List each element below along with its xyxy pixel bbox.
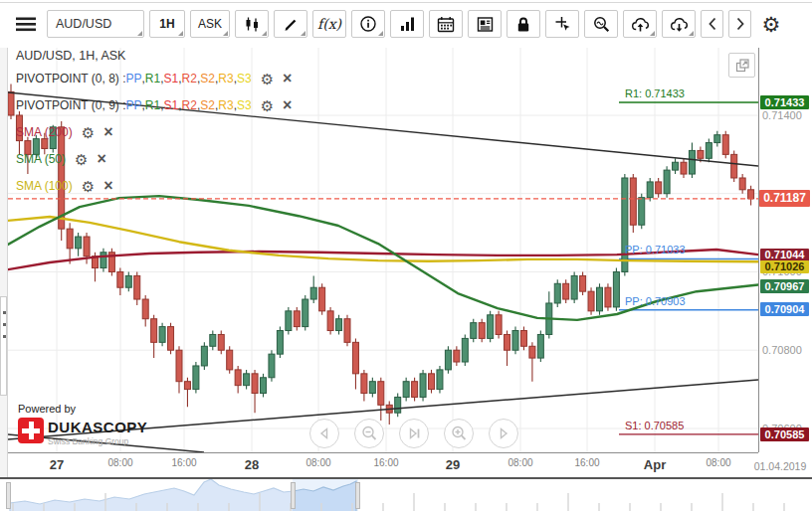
time-tick-label: 08:00 <box>508 457 532 468</box>
current-date-label: 01.04.2019 <box>750 460 810 472</box>
level-price-badge: 0.71026 <box>760 260 809 273</box>
replay-controls <box>309 419 518 448</box>
replay-zoom-in-button[interactable] <box>444 419 474 448</box>
indicator-settings-icon[interactable]: ⚙ <box>75 152 88 167</box>
time-axis-border <box>8 452 758 453</box>
indicator-settings-icon[interactable]: ⚙ <box>261 98 274 113</box>
legend-row-pivotpoint-0-9: PIVOTPOINT (0, 9) : PP, R1, S1, R2, S2, … <box>16 97 292 113</box>
pivot-series-label: R2 <box>182 72 197 85</box>
brand-name: DUKASCOPY <box>48 420 147 434</box>
indicator-name: SMA (100) <box>16 179 73 193</box>
trading-platform-window: AUD/USD 1H ASK f(x) <box>0 0 812 511</box>
indicator-settings-icon[interactable]: ⚙ <box>82 125 95 140</box>
detach-chart-button[interactable] <box>728 53 755 78</box>
powered-by-block: Powered by DUKASCOPY Swiss Banking Group <box>18 403 147 446</box>
pivot-series-label: S3 <box>237 72 252 85</box>
time-tick-label: 27 <box>50 457 64 472</box>
pivot-series-label: R2 <box>182 98 197 112</box>
step-back-button[interactable] <box>309 419 339 448</box>
indicator-name: SMA (50) <box>16 152 66 166</box>
zoom-in-icon <box>445 420 473 447</box>
zoom-out-icon <box>355 420 383 447</box>
time-tick-label: 08:00 <box>107 457 132 468</box>
indicator-name: PIVOTPOINT (0, 9) <box>16 98 119 112</box>
pivot-series-label: PP <box>125 72 141 85</box>
navigator-left-edge-handle[interactable] <box>6 482 11 509</box>
step-forward-button[interactable] <box>489 419 518 448</box>
step-forward-icon <box>490 420 517 447</box>
time-tick-label: Apr <box>644 457 666 472</box>
pivot-series-label: R1 <box>145 72 160 85</box>
pivot-series-label: R3 <box>218 98 233 112</box>
indicator-settings-icon[interactable]: ⚙ <box>261 72 274 86</box>
legend-row-sma-200: SMA (200)⚙× <box>16 124 113 140</box>
time-tick-label: 08:00 <box>305 457 330 468</box>
indicator-remove-icon[interactable]: × <box>103 124 112 140</box>
price-axis-border <box>758 48 759 452</box>
replay-zoom-out-button[interactable] <box>354 419 384 448</box>
level-price-badge: 0.70585 <box>760 427 809 441</box>
price-tick-label: 0.71400 <box>762 109 810 121</box>
time-tick-label: 29 <box>446 457 460 472</box>
pivot-series-label: PP <box>125 98 141 112</box>
legend-row-pivotpoint-0-8: PIVOTPOINT (0, 8) : PP, R1, S1, R2, S2, … <box>16 71 292 86</box>
pivot-series-label: R1 <box>145 98 160 112</box>
overview-area-chart <box>0 479 812 511</box>
time-tick-label: 16:00 <box>574 457 599 468</box>
pivot-series-label: S1 <box>164 98 179 112</box>
indicator-remove-icon[interactable]: × <box>283 71 292 86</box>
time-tick-label: 08:00 <box>706 457 730 468</box>
legend-row-sma-100: SMA (100)⚙× <box>16 178 113 194</box>
expand-icon <box>734 58 750 74</box>
pivot-level-label: R1: 0.71433 <box>625 87 685 99</box>
pivot-series-label: S2 <box>200 72 215 85</box>
pivot-level-label: PP: 0.71033 <box>625 244 686 256</box>
indicator-name: PIVOTPOINT (0, 8) <box>16 72 119 85</box>
time-tick-label: 16:00 <box>171 457 196 468</box>
pivot-series-label: S3 <box>237 98 252 112</box>
powered-by-text: Powered by <box>18 403 147 415</box>
level-price-badge: 0.70904 <box>760 302 809 316</box>
chart-title: AUD/USD, 1H, ASK <box>16 49 125 63</box>
pivot-series-label: R3 <box>218 72 233 85</box>
current-price-badge: 0.71187 <box>759 190 810 207</box>
indicator-settings-icon[interactable]: ⚙ <box>82 179 95 194</box>
brand-tagline: Swiss Banking Group <box>48 436 147 446</box>
level-price-badge: 0.71433 <box>760 95 809 109</box>
chart-overview-navigator[interactable] <box>0 477 812 511</box>
selection-right-handle[interactable] <box>355 482 360 509</box>
pivot-series-label: S2 <box>200 98 215 112</box>
pivot-series-label: S1 <box>164 72 179 85</box>
dukascopy-logo-icon <box>18 418 44 443</box>
indicator-remove-icon[interactable]: × <box>103 178 112 194</box>
pivot-level-label: PP: 0.70903 <box>625 295 686 307</box>
indicator-name: SMA (200) <box>16 125 73 139</box>
price-tick-label: 0.70800 <box>762 344 810 356</box>
level-price-badge: 0.70967 <box>760 279 809 293</box>
time-tick-label: 28 <box>245 457 259 472</box>
selection-left-handle[interactable] <box>291 482 296 509</box>
level-price-badge: 0.71044 <box>760 249 809 261</box>
time-tick-label: 16:00 <box>373 457 398 468</box>
pivot-level-label: S1: 0.70585 <box>625 420 684 431</box>
go-to-end-icon <box>400 420 428 447</box>
indicator-remove-icon[interactable]: × <box>97 151 105 167</box>
legend-row-sma-50: SMA (50)⚙× <box>16 151 106 167</box>
step-back-icon <box>310 420 338 447</box>
indicator-remove-icon[interactable]: × <box>283 97 292 113</box>
go-to-end-button[interactable] <box>399 419 429 448</box>
